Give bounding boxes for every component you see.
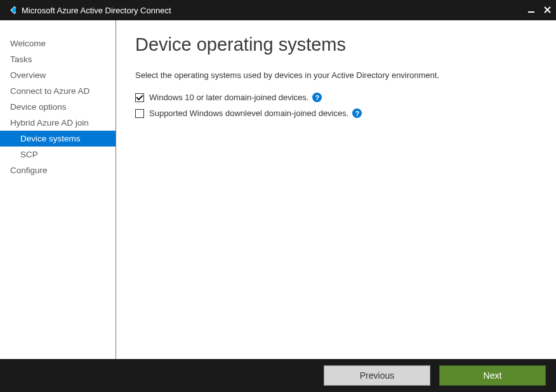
sidebar-item-label: Tasks bbox=[10, 55, 32, 64]
content-area: Welcome Tasks Overview Connect to Azure … bbox=[0, 20, 556, 359]
page-description: Select the operating systems used by dev… bbox=[135, 70, 537, 80]
svg-rect-1 bbox=[528, 11, 534, 13]
sidebar-item-configure[interactable]: Configure bbox=[0, 162, 116, 178]
sidebar-item-overview[interactable]: Overview bbox=[0, 67, 116, 83]
checkbox-downlevel[interactable] bbox=[135, 109, 144, 118]
sidebar-item-hybrid-join[interactable]: Hybrid Azure AD join bbox=[0, 115, 116, 131]
sidebar-item-connect-azure-ad[interactable]: Connect to Azure AD bbox=[0, 83, 116, 99]
option-label: Supported Windows downlevel domain-joine… bbox=[149, 108, 348, 118]
window-controls bbox=[527, 6, 551, 15]
svg-rect-0 bbox=[11, 6, 16, 13]
option-downlevel: Supported Windows downlevel domain-joine… bbox=[135, 108, 537, 118]
page-title: Device operating systems bbox=[135, 34, 537, 55]
sidebar-item-welcome[interactable]: Welcome bbox=[0, 36, 116, 51]
next-button[interactable]: Next bbox=[439, 365, 546, 386]
sidebar-item-label: SCP bbox=[20, 150, 38, 159]
sidebar-item-device-options[interactable]: Device options bbox=[0, 99, 116, 115]
sidebar-item-tasks[interactable]: Tasks bbox=[0, 51, 116, 67]
titlebar-title: Microsoft Azure Active Directory Connect bbox=[22, 6, 527, 15]
sidebar: Welcome Tasks Overview Connect to Azure … bbox=[0, 20, 116, 359]
close-button[interactable] bbox=[544, 6, 551, 15]
sidebar-item-label: Welcome bbox=[10, 39, 46, 48]
option-windows10: Windows 10 or later domain-joined device… bbox=[135, 93, 537, 102]
sidebar-item-label: Hybrid Azure AD join bbox=[10, 118, 89, 127]
footer: Previous Next bbox=[0, 359, 556, 392]
sidebar-item-label: Device systems bbox=[20, 134, 81, 143]
previous-button[interactable]: Previous bbox=[324, 365, 430, 386]
minimize-button[interactable] bbox=[527, 6, 535, 15]
sidebar-item-label: Connect to Azure AD bbox=[10, 86, 89, 96]
checkbox-windows10[interactable] bbox=[135, 93, 144, 102]
titlebar: Microsoft Azure Active Directory Connect bbox=[0, 0, 556, 20]
app-icon bbox=[5, 4, 17, 16]
sidebar-item-label: Device options bbox=[10, 102, 67, 112]
help-icon[interactable]: ? bbox=[312, 93, 322, 102]
sidebar-item-label: Overview bbox=[10, 70, 46, 80]
main-panel: Device operating systems Select the oper… bbox=[116, 20, 556, 359]
help-icon[interactable]: ? bbox=[352, 108, 362, 118]
sidebar-item-scp[interactable]: SCP bbox=[0, 147, 116, 162]
sidebar-item-label: Configure bbox=[10, 166, 48, 175]
option-label: Windows 10 or later domain-joined device… bbox=[149, 93, 308, 102]
sidebar-item-device-systems[interactable]: Device systems bbox=[0, 131, 116, 147]
